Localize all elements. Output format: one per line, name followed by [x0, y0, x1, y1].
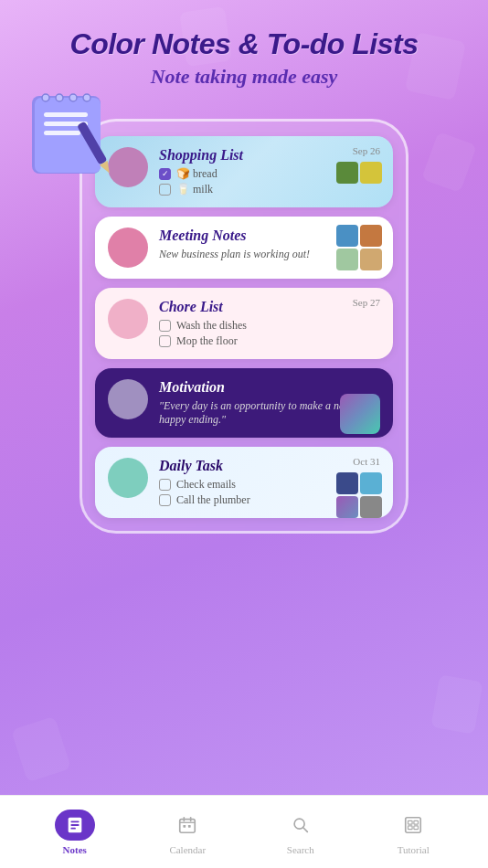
checklist-item-floor: Mop the floor — [159, 334, 380, 348]
checkbox-dishes[interactable] — [159, 320, 171, 332]
svg-rect-2 — [44, 112, 88, 117]
svg-rect-4 — [44, 131, 80, 135]
checklist-item-dishes: Wash the dishes — [159, 319, 380, 333]
note-title-chore: Chore List — [159, 299, 380, 315]
nav-item-notes[interactable]: Notes — [43, 810, 107, 855]
device-frame: Shopping List ✓ 🍞 bread 🥛 milk Sep 26 — [80, 119, 408, 534]
checkbox-emails[interactable] — [159, 479, 171, 491]
note-avatar-daily — [108, 458, 148, 498]
notes-icon — [65, 815, 85, 835]
nav-item-calendar[interactable]: Calendar — [155, 810, 219, 855]
nav-label-search: Search — [287, 844, 314, 855]
note-img-motivation — [340, 394, 380, 434]
svg-rect-26 — [408, 825, 413, 829]
nav-icon-wrap-notes — [55, 810, 95, 841]
note-avatar-motivation — [108, 379, 148, 419]
svg-rect-14 — [70, 827, 76, 829]
note-img-water — [360, 472, 382, 494]
note-img-flowers — [360, 162, 382, 184]
nav-icon-wrap-search — [281, 810, 321, 841]
note-date-chore: Sep 27 — [353, 297, 380, 308]
note-img-watermelon — [336, 162, 358, 184]
nav-icon-wrap-tutorial — [393, 810, 433, 841]
tutorial-icon — [403, 815, 423, 835]
svg-rect-27 — [414, 825, 419, 829]
svg-rect-25 — [414, 820, 419, 824]
note-img-tan — [360, 249, 382, 270]
note-card-shopping[interactable]: Shopping List ✓ 🍞 bread 🥛 milk Sep 26 — [95, 136, 393, 207]
checklist-label-plumber: Call the plumber — [176, 493, 250, 507]
nav-label-calendar: Calendar — [169, 844, 206, 855]
checklist-label-dishes: Wash the dishes — [176, 319, 247, 333]
note-img-purple — [336, 496, 358, 518]
note-date-shopping: Sep 26 — [353, 145, 380, 156]
note-card-daily[interactable]: Daily Task Check emails Call the plumber… — [95, 447, 393, 518]
svg-rect-23 — [406, 817, 421, 832]
note-card-chore[interactable]: Chore List Wash the dishes Mop the floor… — [95, 288, 393, 359]
notes-list: Shopping List ✓ 🍞 bread 🥛 milk Sep 26 — [95, 136, 393, 518]
note-card-motivation[interactable]: Motivation "Every day is an opportunity … — [95, 368, 393, 438]
checkbox-milk[interactable] — [159, 184, 171, 196]
note-img-green — [336, 249, 358, 270]
search-icon — [291, 815, 311, 835]
note-img-tool — [360, 496, 382, 518]
note-avatar-meeting — [108, 228, 148, 268]
note-images-shopping — [336, 162, 382, 207]
note-date-daily: Oct 31 — [353, 456, 380, 467]
svg-point-8 — [83, 94, 90, 101]
checklist-label-bread: 🍞 bread — [176, 167, 217, 181]
checklist-label-emails: Check emails — [176, 478, 236, 492]
calendar-icon — [177, 815, 197, 835]
note-content-chore: Chore List Wash the dishes Mop the floor — [159, 299, 380, 348]
checklist-label-floor: Mop the floor — [176, 334, 238, 348]
svg-line-22 — [303, 827, 308, 831]
header-section: Color Notes & To-do Lists Note taking ma… — [0, 0, 488, 89]
svg-point-5 — [42, 94, 49, 101]
nav-label-tutorial: Tutorial — [398, 844, 430, 855]
nav-icon-wrap-calendar — [167, 810, 207, 841]
note-images-daily — [336, 472, 382, 518]
bottom-nav: Notes Calendar Search — [0, 795, 488, 868]
checkbox-bread[interactable]: ✓ — [159, 168, 171, 180]
note-images-meeting — [336, 225, 382, 270]
svg-rect-12 — [70, 820, 79, 822]
svg-rect-13 — [70, 824, 79, 826]
app-title: Color Notes & To-do Lists — [0, 27, 488, 61]
note-img-food — [360, 225, 382, 247]
svg-point-6 — [56, 94, 63, 101]
nav-label-notes: Notes — [63, 844, 87, 855]
svg-rect-24 — [408, 820, 413, 824]
svg-rect-19 — [184, 825, 186, 828]
note-card-meeting[interactable]: Meeting Notes New business plan is worki… — [95, 217, 393, 279]
note-img-mail — [336, 472, 358, 494]
checkbox-floor[interactable] — [159, 335, 171, 347]
notepad-icon — [18, 78, 123, 183]
note-img-blue — [336, 225, 358, 247]
nav-item-tutorial[interactable]: Tutorial — [381, 810, 445, 855]
svg-rect-15 — [180, 819, 196, 832]
svg-point-7 — [69, 94, 77, 101]
note-avatar-chore — [108, 299, 148, 339]
checkbox-plumber[interactable] — [159, 494, 171, 506]
checklist-label-milk: 🥛 milk — [176, 183, 213, 196]
nav-item-search[interactable]: Search — [269, 810, 333, 855]
svg-rect-20 — [188, 825, 191, 828]
